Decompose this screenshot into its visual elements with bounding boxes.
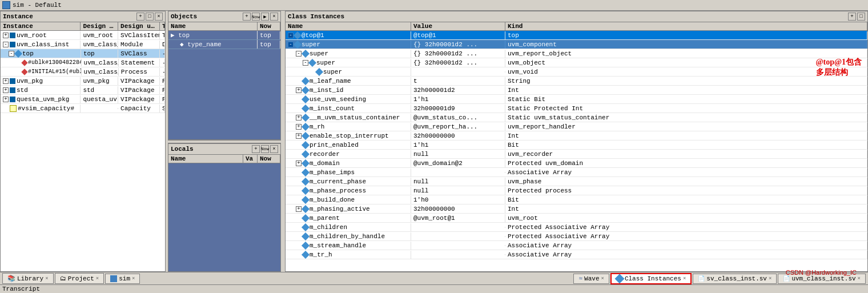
tab-sv-class-inst[interactable]: 📄 sv_class_inst.sv ×	[693, 274, 777, 284]
tab-close-sv-class-inst[interactable]: ×	[769, 276, 771, 282]
diamond-icon	[302, 114, 310, 122]
table-row[interactable]: m_tr_h Associative Array	[286, 250, 867, 259]
diamond-icon	[302, 223, 310, 231]
diamond-icon	[302, 105, 310, 113]
sq-blue-icon	[10, 33, 15, 38]
tab-close-sim[interactable]: ×	[132, 276, 135, 282]
close-btn-loc[interactable]: ×	[270, 145, 278, 153]
expand-all-btn[interactable]: +	[848, 13, 856, 21]
diamond-icon	[302, 205, 310, 213]
table-row[interactable]: m_leaf_name t String	[286, 77, 867, 86]
close-btn-obj[interactable]: ×	[270, 13, 278, 21]
tab-class-instances[interactable]: Class Instances ×	[610, 273, 692, 284]
table-row[interactable]: - @top@1 @top@1 top	[286, 31, 867, 40]
table-row[interactable]: + __m_uvm_status_container @uvm_status_c…	[286, 113, 867, 122]
loc-col-now: Now	[258, 155, 280, 163]
diamond-icon	[302, 251, 310, 259]
sq-blue-icon	[10, 78, 15, 84]
maximize-button[interactable]: □	[146, 13, 154, 21]
table-row[interactable]: m_stream_handle Associative Array	[286, 241, 867, 250]
col-top-category: Top Category	[160, 22, 165, 30]
close-button[interactable]: ×	[155, 13, 163, 21]
table-row[interactable]: + questa_uvm_pkg questa_uv... VIPackage …	[1, 95, 165, 104]
table-row[interactable]: - super {} 32h00001d2 ... uvm_report_obj…	[286, 49, 867, 58]
table-row[interactable]: + m_phasing_active 32h00000000 Int	[286, 204, 867, 214]
tab-sim[interactable]: sim ×	[105, 274, 140, 284]
table-row[interactable]: print_enabled 1'h1 Bit	[286, 141, 867, 150]
now-btn-obj[interactable]: Now	[252, 13, 260, 21]
list-item[interactable]: ▶ top top	[168, 31, 280, 40]
expand-icon[interactable]: +	[3, 97, 9, 102]
table-row[interactable]: - super {} 32h00001d2 ... uvm_component	[286, 40, 867, 49]
list-item[interactable]: ◆ type_name top	[168, 40, 280, 49]
diamond-icon	[302, 196, 310, 204]
table-row[interactable]: + m_inst_id 32h000001d2 Int	[286, 86, 867, 95]
table-row[interactable]: m_children Protected Associative Array	[286, 223, 867, 232]
table-row[interactable]: m_children_by_handle Protected Associati…	[286, 232, 867, 241]
tab-close-uvm-class-inst[interactable]: ×	[858, 276, 861, 282]
table-row[interactable]: + m_domain @uvm_domain@2 Protected uvm_d…	[286, 159, 867, 168]
objects-panel: Objects + Now ▶ × Name Now ▶ top	[168, 11, 281, 140]
expand-icon[interactable]: +	[3, 33, 9, 38]
table-row[interactable]: + std std VIPackage Package	[1, 86, 165, 95]
table-row[interactable]: m_parent @uvm_root@1 uvm_root	[286, 214, 867, 223]
expand-icon[interactable]: +	[3, 78, 9, 84]
tab-close-wave[interactable]: ×	[601, 276, 604, 282]
tab-close-project[interactable]: ×	[96, 276, 99, 282]
table-row[interactable]: m_current_phase null uvm_phase	[286, 177, 867, 186]
tab-close-class-instances[interactable]: ×	[683, 276, 686, 282]
table-row[interactable]: m_phase_process null Protected process	[286, 186, 867, 195]
table-row[interactable]: #vsim_capacity# Capacity Statistics	[1, 104, 165, 113]
sim-tab-icon	[110, 275, 117, 282]
tab-close-library[interactable]: ×	[45, 276, 48, 282]
table-row[interactable]: #ublk#130048228#15 uvm_class_... Stateme…	[1, 58, 165, 67]
table-row[interactable]: m_build_done 1'h0 Bit	[286, 195, 867, 204]
table-row[interactable]: + uvm_root uvm_root SVClassItem TB Compo…	[1, 31, 165, 40]
now-btn-loc[interactable]: Now	[261, 145, 269, 153]
pin-btn-loc[interactable]: +	[252, 145, 260, 153]
table-row[interactable]: m_phase_imps Associative Array	[286, 168, 867, 177]
locals-tree[interactable]	[168, 163, 280, 272]
diamond-icon	[302, 242, 310, 250]
obj-col-value: Now	[258, 22, 280, 30]
table-row[interactable]: m_inst_count 32h000001d9 Static Protecte…	[286, 104, 867, 113]
watermark: CSDN @Hardworking_IC	[786, 269, 857, 276]
instance-tree[interactable]: + uvm_root uvm_root SVClassItem TB Compo…	[1, 31, 165, 271]
objects-tree[interactable]: ▶ top top ◆ type_name top	[168, 31, 280, 139]
pin-button[interactable]: +	[136, 13, 144, 21]
diamond-icon	[294, 31, 302, 39]
table-row[interactable]: use_uvm_seeding 1'h1 Static Bit	[286, 95, 867, 104]
ci-col-kind: Kind	[505, 22, 867, 30]
expand-icon[interactable]: -	[3, 42, 9, 47]
arrow-btn-obj[interactable]: ▶	[261, 13, 269, 21]
table-row[interactable]: + m_rh @uvm_report_ha... uvm_report_hand…	[286, 122, 867, 131]
class-instances-panel: Class Instances + □ Name Value Kind - @t…	[285, 11, 868, 272]
table-row[interactable]: - uvm_class_inst uvm_class_... Module DU…	[1, 40, 165, 49]
col-instance: Instance	[1, 22, 81, 30]
table-row[interactable]: - super {} 32h00001d2 ... uvm_object	[286, 58, 867, 67]
diamond-icon	[302, 86, 310, 94]
table-row[interactable]: super uvm_void	[286, 67, 867, 77]
locals-panel: Locals + Now × Name Va Now	[168, 143, 281, 272]
table-row[interactable]: recorder null uvm_recorder	[286, 150, 867, 159]
diamond-icon	[302, 187, 310, 195]
tab-wave[interactable]: ≈ Wave ×	[573, 274, 609, 284]
table-row[interactable]: - top top SVClass -	[1, 49, 165, 58]
diamond-icon	[302, 77, 310, 85]
expand-icon[interactable]: +	[3, 87, 9, 93]
tab-library[interactable]: 📚 Library ×	[2, 273, 54, 284]
diamond-icon	[302, 95, 310, 103]
table-row[interactable]: + enable_stop_interrupt 32h00000000 Int	[286, 131, 867, 141]
tab-project[interactable]: 🗂 Project ×	[55, 273, 105, 284]
pin-btn-obj[interactable]: +	[243, 13, 251, 21]
class-instances-tree[interactable]: - @top@1 @top@1 top - super {} 32h00001d…	[286, 31, 867, 271]
obj-col-name: Name	[168, 22, 258, 30]
resizer-2[interactable]	[281, 11, 283, 272]
maximize-btn-ci[interactable]: □	[857, 13, 865, 21]
tab-bar: 📚 Library × 🗂 Project × sim × ≈ Wave × C…	[0, 272, 868, 284]
table-row[interactable]: + uvm_pkg uvm_pkg VIPackage Package	[1, 77, 165, 86]
table-row[interactable]: #INITIAL#15(#ublk#130048228#15) uvm_clas…	[1, 67, 165, 77]
title-bar: sim - Default	[0, 0, 868, 11]
transcript-label: Transcript	[2, 286, 40, 292]
page-icon	[10, 105, 17, 112]
